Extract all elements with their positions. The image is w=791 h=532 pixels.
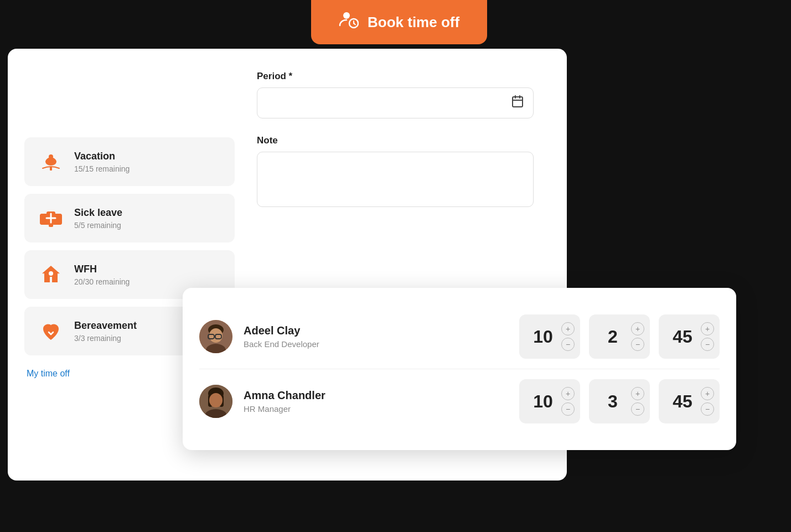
increment-btn-5[interactable]: +: [631, 387, 644, 400]
counter-controls-5: + −: [631, 387, 644, 416]
counter-box-2: 2 + −: [589, 314, 650, 359]
employee-name: Adeel Clay: [244, 324, 508, 337]
avatar: [199, 320, 232, 353]
decrement-btn-2[interactable]: −: [631, 338, 644, 351]
counter-group: 10 + − 2 + − 45 + −: [519, 314, 720, 359]
sick-icon: [38, 205, 64, 231]
counter-value-5: 3: [594, 391, 631, 412]
leave-card-sick[interactable]: Sick leave 5/5 remaining: [24, 194, 235, 242]
increment-btn-1[interactable]: +: [561, 322, 575, 335]
increment-btn-3[interactable]: +: [701, 322, 714, 335]
counter-controls-2: + −: [631, 322, 644, 351]
bereavement-icon: [38, 318, 64, 344]
decrement-btn-1[interactable]: −: [561, 338, 575, 351]
counter-value-3: 45: [664, 327, 701, 347]
svg-point-12: [49, 271, 53, 276]
bereavement-info: Bereavement 3/3 remaining: [74, 320, 137, 343]
decrement-btn-4[interactable]: −: [561, 402, 575, 416]
sick-remaining: 5/5 remaining: [74, 221, 122, 230]
employee-overlay: Adeel Clay Back End Developer 10 + − 2 +…: [183, 288, 736, 450]
increment-btn-2[interactable]: +: [631, 322, 644, 335]
decrement-btn-6[interactable]: −: [701, 402, 714, 416]
table-row: Amna Chandler HR Manager 10 + − 3 + − 45: [199, 369, 720, 433]
note-textarea[interactable]: [257, 152, 534, 207]
avatar: [199, 385, 232, 418]
counter-controls-4: + −: [561, 387, 575, 416]
employee-name: Amna Chandler: [244, 389, 508, 402]
wfh-icon: [38, 261, 64, 288]
employee-info: Adeel Clay Back End Developer: [244, 324, 508, 349]
table-row: Adeel Clay Back End Developer 10 + − 2 +…: [199, 304, 720, 369]
counter-value-6: 45: [664, 391, 701, 412]
counter-value-4: 10: [525, 391, 561, 412]
period-input[interactable]: [257, 87, 534, 118]
svg-point-30: [209, 393, 223, 407]
book-time-off-label: Book time off: [368, 14, 459, 31]
employee-role: Back End Developer: [244, 339, 508, 349]
decrement-btn-3[interactable]: −: [701, 338, 714, 351]
sick-info: Sick leave 5/5 remaining: [74, 207, 122, 230]
counter-box-4: 10 + −: [519, 379, 580, 423]
svg-point-4: [49, 154, 53, 159]
svg-rect-15: [513, 97, 523, 107]
counter-box-6: 45 + −: [659, 379, 720, 423]
book-time-off-button[interactable]: Book time off: [311, 0, 487, 44]
counter-value-1: 10: [525, 327, 561, 347]
counter-controls-6: + −: [701, 387, 714, 416]
period-label: Period *: [257, 71, 550, 82]
increment-btn-4[interactable]: +: [561, 387, 575, 400]
vacation-remaining: 15/15 remaining: [74, 164, 130, 173]
bereavement-name: Bereavement: [74, 320, 137, 332]
leave-card-vacation[interactable]: Vacation 15/15 remaining: [24, 137, 235, 186]
counter-box-1: 10 + −: [519, 314, 580, 359]
person-clock-icon: [339, 10, 359, 34]
counter-group: 10 + − 3 + − 45 + −: [519, 379, 720, 423]
vacation-icon: [38, 148, 64, 175]
calendar-icon[interactable]: [511, 95, 524, 111]
vacation-info: Vacation 15/15 remaining: [74, 151, 130, 173]
wfh-name: WFH: [74, 264, 130, 275]
vacation-name: Vacation: [74, 151, 130, 162]
increment-btn-6[interactable]: +: [701, 387, 714, 400]
counter-box-3: 45 + −: [659, 314, 720, 359]
form-panel: Period * Note: [257, 71, 550, 209]
employee-role: HR Manager: [244, 404, 508, 414]
bereavement-remaining: 3/3 remaining: [74, 334, 137, 343]
wfh-info: WFH 20/30 remaining: [74, 264, 130, 286]
sick-name: Sick leave: [74, 207, 122, 219]
decrement-btn-5[interactable]: −: [631, 402, 644, 416]
note-label: Note: [257, 135, 550, 146]
counter-box-5: 3 + −: [589, 379, 650, 423]
wfh-remaining: 20/30 remaining: [74, 277, 130, 286]
employee-info: Amna Chandler HR Manager: [244, 389, 508, 414]
svg-point-0: [343, 12, 350, 19]
counter-controls-1: + −: [561, 322, 575, 351]
counter-value-2: 2: [594, 327, 631, 347]
counter-controls-3: + −: [701, 322, 714, 351]
